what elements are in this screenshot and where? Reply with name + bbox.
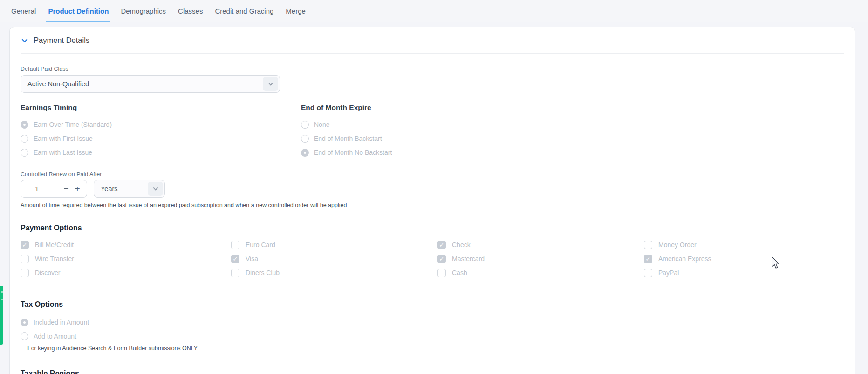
checkbox-wire-transfer[interactable]: Wire Transfer (21, 252, 231, 266)
checkbox-visa[interactable]: Visa (231, 252, 437, 266)
increment-button[interactable]: + (72, 182, 83, 196)
checkbox[interactable] (231, 255, 239, 263)
checkbox[interactable] (644, 241, 652, 249)
radio-button[interactable] (21, 319, 28, 326)
end-of-month-expire-title: End of Month Expire (301, 104, 392, 112)
taxable-regions-title: Taxable Regions (21, 369, 844, 374)
radio-eom-no-backstart[interactable]: End of Month No Backstart (301, 145, 392, 159)
controlled-renew-help: Amount of time required between the last… (21, 202, 844, 208)
decrement-button[interactable]: − (61, 182, 72, 196)
tab-general[interactable]: General (10, 0, 37, 22)
checkbox-euro-card[interactable]: Euro Card (231, 238, 437, 252)
checkbox-mastercard[interactable]: Mastercard (437, 252, 644, 266)
checkbox[interactable] (21, 269, 29, 277)
tab-credit-and-gracing[interactable]: Credit and Gracing (214, 0, 274, 22)
radio-add-to-amount[interactable]: Add to Amount (21, 329, 844, 343)
checkbox-money-order[interactable]: Money Order (644, 238, 844, 252)
tax-options-title: Tax Options (21, 300, 844, 309)
chevron-down-icon (21, 36, 29, 45)
default-paid-class-select[interactable]: Active Non-Qualified (21, 75, 280, 93)
radio-button[interactable] (21, 332, 28, 340)
radio-earn-last-issue[interactable]: Earn with Last Issue (21, 145, 301, 159)
tab-classes[interactable]: Classes (177, 0, 204, 22)
checkbox[interactable] (437, 269, 446, 277)
default-paid-class-value: Active Non-Qualified (21, 80, 89, 88)
checkbox-paypal[interactable]: PayPal (644, 266, 844, 280)
checkbox[interactable] (644, 255, 652, 263)
tab-product-definition[interactable]: Product Definition (47, 0, 109, 22)
radio-label: None (314, 121, 329, 128)
radio-button[interactable] (301, 121, 309, 129)
payment-details-header[interactable]: Payment Details (21, 27, 844, 45)
checkbox-label: PayPal (658, 269, 679, 277)
radio-button[interactable] (301, 149, 309, 157)
checkbox-label: Visa (246, 255, 258, 263)
checkbox-label: Discover (35, 269, 60, 277)
radio-eom-backstart[interactable]: End of Month Backstart (301, 132, 392, 145)
earnings-timing-group: Earnings Timing Earn Over Time (Standard… (21, 104, 301, 159)
payment-options-title: Payment Options (21, 224, 844, 232)
controlled-renew-label: Controlled Renew on Paid After (21, 171, 844, 178)
checkbox[interactable] (21, 241, 29, 249)
radio-none[interactable]: None (301, 118, 392, 132)
radio-button[interactable] (301, 135, 309, 143)
checkbox-cash[interactable]: Cash (437, 266, 644, 280)
renew-unit-value: Years (94, 185, 118, 193)
checkbox[interactable] (21, 255, 29, 263)
tab-bar: General Product Definition Demographics … (0, 0, 868, 22)
earnings-timing-title: Earnings Timing (21, 104, 301, 112)
checkbox-label: American Express (658, 255, 711, 263)
controlled-renew-stepper: 1 − + (21, 180, 87, 198)
radio-included-in-amount[interactable]: Included in Amount (21, 315, 844, 329)
radio-button[interactable] (21, 149, 28, 157)
checkbox-label: Wire Transfer (35, 255, 74, 263)
chevron-down-icon (152, 186, 159, 192)
divider (21, 213, 844, 213)
tax-options-help: For keying in Audience Search & Form Bui… (27, 345, 844, 352)
tab-merge[interactable]: Merge (285, 0, 307, 22)
checkbox[interactable] (437, 255, 446, 263)
divider (21, 53, 844, 54)
checkbox-label: Bill Me/Credit (35, 241, 74, 249)
checkbox-label: Cash (452, 269, 467, 277)
default-paid-class-label: Default Paid Class (21, 66, 844, 72)
radio-button[interactable] (21, 135, 28, 143)
checkbox-label: Mastercard (452, 255, 485, 263)
radio-label: Included in Amount (34, 319, 89, 326)
tab-demographics[interactable]: Demographics (120, 0, 167, 22)
checkbox-bill-me-credit[interactable]: Bill Me/Credit (21, 238, 231, 252)
checkbox[interactable] (644, 269, 652, 277)
product-definition-panel: Payment Details Default Paid Class Activ… (9, 27, 855, 374)
section-title: Payment Details (34, 36, 89, 45)
radio-label: Earn with Last Issue (34, 149, 92, 156)
select-chevron-button[interactable] (148, 182, 163, 196)
radio-earn-over-time[interactable]: Earn Over Time (Standard) (21, 118, 301, 132)
checkbox-check[interactable]: Check (437, 238, 644, 252)
checkbox-label: Euro Card (246, 241, 275, 249)
payment-options-grid: Bill Me/Credit Euro Card Check Money Ord… (21, 238, 844, 280)
divider (21, 291, 844, 291)
checkbox[interactable] (231, 241, 239, 249)
end-of-month-expire-group: End of Month Expire None End of Month Ba… (301, 104, 392, 159)
select-chevron-button[interactable] (263, 77, 278, 91)
tax-options-group: Included in Amount Add to Amount (21, 315, 844, 343)
checkbox-american-express[interactable]: American Express (644, 252, 844, 266)
checkbox[interactable] (437, 241, 446, 249)
checkbox-discover[interactable]: Discover (21, 266, 231, 280)
radio-earn-first-issue[interactable]: Earn with First Issue (21, 132, 301, 145)
radio-label: Add to Amount (34, 332, 76, 340)
toast-notification-sliver[interactable] (0, 286, 3, 345)
chevron-down-icon (267, 81, 274, 87)
checkbox-label: Diners Club (246, 269, 280, 277)
stepper-value[interactable]: 1 (21, 185, 61, 193)
checkbox[interactable] (231, 269, 239, 277)
radio-label: Earn with First Issue (34, 135, 93, 142)
checkbox-label: Money Order (658, 241, 697, 249)
radio-label: Earn Over Time (Standard) (34, 121, 112, 128)
checkbox-diners-club[interactable]: Diners Club (231, 266, 437, 280)
radio-label: End of Month No Backstart (314, 149, 392, 156)
radio-button[interactable] (21, 121, 28, 129)
checkbox-label: Check (452, 241, 471, 249)
radio-label: End of Month Backstart (314, 135, 382, 142)
renew-unit-select[interactable]: Years (94, 180, 165, 198)
